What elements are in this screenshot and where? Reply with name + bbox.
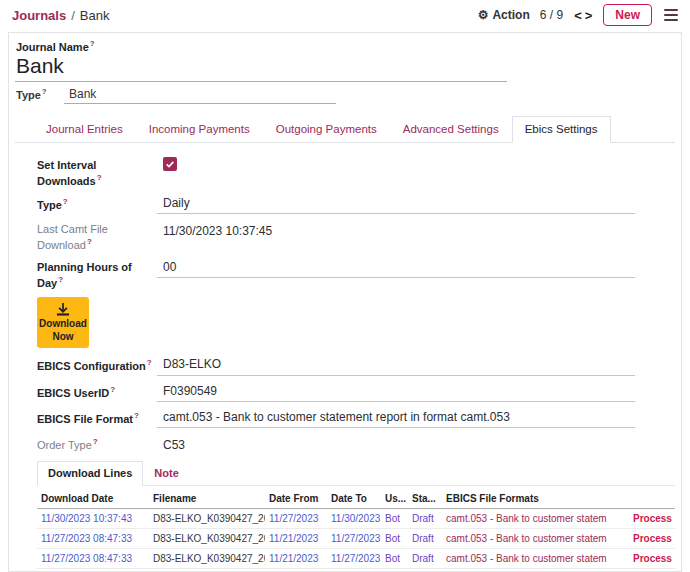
last-camt-value: 11/30/2023 10:37:45 xyxy=(157,221,272,239)
download-icon xyxy=(56,303,70,316)
help-icon: ? xyxy=(110,385,115,394)
breadcrumb-journals-link[interactable]: Journals xyxy=(12,8,66,23)
set-interval-checkbox[interactable] xyxy=(163,157,177,171)
tab-journal-entries[interactable]: Journal Entries xyxy=(33,116,136,143)
tab-outgoing-payments[interactable]: Outgoing Payments xyxy=(263,116,390,143)
journal-type-input[interactable]: Bank xyxy=(64,87,336,104)
column-ebics-file-formats[interactable]: EBICS File Formats xyxy=(442,488,629,509)
download-lines-body: 11/30/2023 10:37:43 D83-ELKO_K0390427_20… xyxy=(37,509,675,572)
cell-date-to[interactable]: 11/30/2023 xyxy=(327,509,381,529)
journal-name-label: Journal Name? xyxy=(15,39,675,53)
column-filename[interactable]: Filename xyxy=(149,488,265,509)
help-icon: ? xyxy=(147,358,152,367)
cell-date-from[interactable]: 11/21/2023 xyxy=(265,549,327,569)
set-interval-label: Set Interval Downloads? xyxy=(37,157,157,188)
planning-hours-input[interactable]: 00 xyxy=(157,259,635,278)
interval-type-input[interactable]: Daily xyxy=(157,195,635,214)
cell-user[interactable]: Bot xyxy=(381,509,408,529)
form-sheet: Journal Name? Bank Type? Bank Journal En… xyxy=(8,32,682,572)
ebics-configuration-input[interactable]: D83-ELKO xyxy=(157,356,635,375)
notebook-tabs: Journal Entries Incoming Payments Outgoi… xyxy=(15,116,675,143)
table-row[interactable]: 11/27/2023 08:47:33 D83-ELKO_K0390427_20… xyxy=(37,529,675,549)
interval-type-row: Type? Daily xyxy=(37,195,675,214)
table-row[interactable]: 11/27/2023 08:47:33 D83-ELKO_K0390427_20… xyxy=(37,549,675,569)
cell-download-date[interactable]: 11/27/2023 08:47:33 xyxy=(37,549,149,569)
column-state[interactable]: Sta... xyxy=(408,488,442,509)
cell-file-format[interactable]: camt.053 - Bank to customer statem xyxy=(442,549,629,569)
pager-next-icon[interactable]: > xyxy=(584,8,594,23)
pager-arrows: < > xyxy=(573,8,593,23)
gear-icon: ⚙ xyxy=(478,9,489,21)
cell-state[interactable]: Draft xyxy=(408,509,442,529)
column-user[interactable]: Us... xyxy=(381,488,408,509)
breadcrumb: Journals / Bank xyxy=(12,8,109,23)
download-now-button[interactable]: Download Now xyxy=(37,297,89,348)
cell-user[interactable]: Bot xyxy=(381,529,408,549)
help-icon: ? xyxy=(90,39,95,48)
cell-state[interactable]: Draft xyxy=(408,529,442,549)
table-row[interactable]: 11/30/2023 10:37:43 D83-ELKO_K0390427_20… xyxy=(37,509,675,529)
ebics-file-format-label: EBICS File Format? xyxy=(37,409,157,426)
action-button[interactable]: ⚙ Action xyxy=(478,8,530,22)
breadcrumb-separator: / xyxy=(71,8,75,23)
planning-hours-label: Planning Hours of Day? xyxy=(37,259,157,290)
ebics-configuration-label: EBICS Configuration? xyxy=(37,356,157,373)
breadcrumb-current: Bank xyxy=(80,8,110,23)
inner-tabs: Download Lines Note xyxy=(37,461,675,486)
ebics-file-format-input[interactable]: camt.053 - Bank to customer statement re… xyxy=(157,409,635,428)
check-icon xyxy=(165,159,175,169)
table-header-row: Download Date Filename Date From Date To… xyxy=(37,488,675,509)
cell-file-format[interactable]: camt.053 - Bank to customer statem xyxy=(442,529,629,549)
menu-icon[interactable] xyxy=(662,7,680,23)
journal-type-label: Type? xyxy=(16,87,64,104)
cell-state[interactable]: Draft xyxy=(408,549,442,569)
cell-filename[interactable]: D83-ELKO_K0390427_2023-11-27_C xyxy=(149,549,265,569)
ebics-configuration-row: EBICS Configuration? D83-ELKO xyxy=(37,356,675,375)
tab-download-lines[interactable]: Download Lines xyxy=(37,461,143,486)
ebics-userid-input[interactable]: F0390549 xyxy=(157,383,635,402)
cell-filename[interactable]: D83-ELKO_K0390427_2023-11-30_C xyxy=(149,509,265,529)
pager-count: 6 / 9 xyxy=(540,8,563,22)
download-now-label: Download Now xyxy=(39,318,87,343)
help-icon: ? xyxy=(93,437,98,446)
top-bar: Journals / Bank ⚙ Action 6 / 9 < > New xyxy=(0,0,690,30)
order-type-row: Order Type? C53 xyxy=(37,435,675,453)
set-interval-row: Set Interval Downloads? xyxy=(37,157,675,188)
help-icon: ? xyxy=(63,197,68,206)
new-button[interactable]: New xyxy=(603,4,652,26)
order-type-label: Order Type? xyxy=(37,435,157,452)
column-date-from[interactable]: Date From xyxy=(265,488,327,509)
tab-advanced-settings[interactable]: Advanced Settings xyxy=(390,116,512,143)
column-actions xyxy=(629,488,675,509)
cell-download-date[interactable]: 11/27/2023 08:47:33 xyxy=(37,529,149,549)
cell-file-format[interactable]: camt.053 - Bank to customer statem xyxy=(442,509,629,529)
journal-name-input[interactable]: Bank xyxy=(15,53,507,82)
process-button[interactable]: Process xyxy=(633,513,672,524)
action-label: Action xyxy=(492,8,529,22)
cell-download-date[interactable]: 11/30/2023 10:37:43 xyxy=(37,509,149,529)
cell-date-to[interactable]: 11/27/2023 xyxy=(327,549,381,569)
planning-hours-row: Planning Hours of Day? 00 xyxy=(37,259,675,290)
cell-process: Process xyxy=(629,509,675,529)
cell-process: Process xyxy=(629,549,675,569)
process-button[interactable]: Process xyxy=(633,553,672,564)
cell-user[interactable]: Bot xyxy=(381,549,408,569)
cell-date-from[interactable]: 11/27/2023 xyxy=(265,509,327,529)
cell-filename[interactable]: D83-ELKO_K0390427_2023-11-27_C xyxy=(149,529,265,549)
ebics-userid-row: EBICS UserID? F0390549 xyxy=(37,383,675,402)
tab-note[interactable]: Note xyxy=(143,461,189,486)
cell-process: Process xyxy=(629,529,675,549)
journal-type-row: Type? Bank xyxy=(15,87,675,104)
tab-ebics-settings[interactable]: Ebics Settings xyxy=(512,116,611,143)
cell-date-to[interactable]: 11/27/2023 xyxy=(327,529,381,549)
last-camt-label: Last Camt File Download? xyxy=(37,221,157,252)
cell-date-from[interactable]: 11/21/2023 xyxy=(265,529,327,549)
process-button[interactable]: Process xyxy=(633,533,672,544)
help-icon: ? xyxy=(134,411,139,420)
pager-previous-icon[interactable]: < xyxy=(573,8,583,23)
help-icon: ? xyxy=(87,237,92,246)
column-date-to[interactable]: Date To xyxy=(327,488,381,509)
tab-incoming-payments[interactable]: Incoming Payments xyxy=(136,116,263,143)
column-download-date[interactable]: Download Date xyxy=(37,488,149,509)
ebics-file-format-row: EBICS File Format? camt.053 - Bank to cu… xyxy=(37,409,675,428)
